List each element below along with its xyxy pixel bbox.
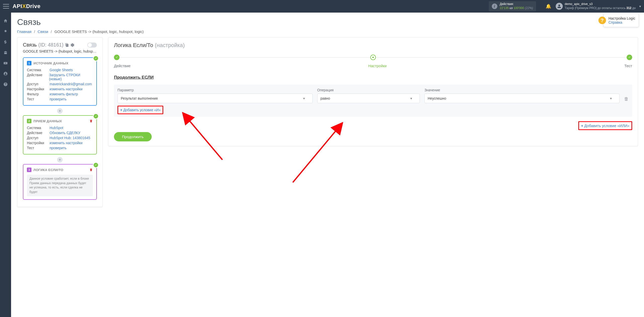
user-info: demo_apix_drive_s3 Тариф |Премиум PRO| д…: [565, 2, 636, 10]
row-key: Действие: [27, 131, 50, 135]
card-row: Фильтризменить фильтр: [27, 92, 93, 96]
row-key: Настройки: [27, 141, 50, 145]
sidenav: [0, 13, 11, 317]
card-row: ДоступHubSpot Hub: 143801645: [27, 136, 93, 140]
card-source: 1ИСТОЧНИК ДАННЫХ СистемаGoogle SheetsДей…: [23, 57, 97, 106]
add-and-condition-button[interactable]: + Добавить условие «И»: [117, 106, 163, 114]
continue-button[interactable]: Продолжить: [114, 132, 152, 141]
actions-current: 22'135: [500, 6, 509, 10]
card-source-number: 1: [27, 61, 31, 65]
content: ? Настройка Logic Справка Связь Главная …: [11, 13, 644, 317]
step-label-action[interactable]: Действие: [114, 64, 131, 68]
row-key: Действие: [27, 73, 49, 81]
help-title: Настройка Logic: [609, 16, 635, 20]
row-key: Настройки: [27, 87, 50, 91]
nav-youtube[interactable]: [0, 58, 11, 68]
select-operation-value: равно: [320, 96, 330, 100]
hamburger-menu[interactable]: [3, 4, 9, 9]
row-value[interactable]: проверить: [50, 146, 67, 150]
bell-icon[interactable]: 🔔: [546, 4, 551, 9]
row-key: Система: [27, 68, 50, 72]
nav-help[interactable]: [0, 79, 11, 90]
breadcrumb-links[interactable]: Связи: [38, 29, 48, 34]
row-value[interactable]: изменить настройки: [50, 141, 83, 145]
card-dest-title: ПРИЕМ ДАННЫХ: [33, 119, 62, 123]
avatar-icon: [556, 3, 563, 10]
add-step-button[interactable]: +: [57, 108, 63, 114]
topbar: APIXDrive i Действия: 22'135 из 100'000 …: [0, 0, 644, 13]
row-value[interactable]: HubSpot Hub: 143801645: [50, 136, 90, 140]
stepper: [114, 55, 632, 60]
card-source-title: ИСТОЧНИК ДАННЫХ: [33, 61, 68, 65]
chevron-down-icon: ▾: [610, 96, 612, 100]
card-row: СистемаGoogle Sheets: [27, 68, 93, 72]
chevron-down-icon: ▾: [303, 96, 305, 100]
row-value[interactable]: Обновить СДЕЛКУ: [50, 131, 80, 135]
logic-panel: Логика Если/То (настройка) Действие Наст…: [108, 37, 638, 146]
card-logic-title: ЛОГИКА ЕСЛИ/ТО: [33, 168, 63, 172]
connection-panel: Связь (ID: 48161) GOOGLE SHEETS -> (hubs…: [17, 37, 103, 207]
tariff-days: 312: [626, 6, 631, 10]
actions-max: 100'000: [513, 6, 524, 10]
row-key: Доступ: [27, 82, 50, 86]
nav-links[interactable]: [0, 26, 11, 37]
add-or-condition-button[interactable]: + Добавить условие «ИЛИ»: [578, 121, 632, 130]
logo-suffix: Drive: [26, 3, 41, 9]
row-key: Фильтр: [27, 92, 50, 96]
step-label-settings[interactable]: Настройки: [368, 64, 387, 68]
row-value[interactable]: maverickandrii@gmail.com: [50, 82, 92, 86]
breadcrumb-current: GOOGLE SHEETS -> (hubspot, logic, hubspo…: [54, 29, 144, 34]
logo-x: X: [22, 3, 26, 9]
copy-icon[interactable]: [65, 43, 69, 47]
row-value[interactable]: проверить: [50, 97, 67, 101]
help-popover[interactable]: ? Настройка Logic Справка: [603, 14, 639, 27]
card-row: Тестпроверить: [27, 146, 93, 150]
logic-title: Логика Если/То (настройка): [114, 42, 632, 49]
info-icon: i: [492, 4, 497, 9]
card-row: ДействиеОбновить СДЕЛКУ: [27, 131, 93, 135]
row-value[interactable]: изменить фильтр: [50, 92, 78, 96]
card-destination: 2ПРИЕМ ДАННЫХ СистемаHubSpotДействиеОбно…: [23, 115, 97, 154]
card-row: Доступmaverickandrii@gmail.com: [27, 82, 93, 86]
gear-icon[interactable]: [70, 43, 74, 47]
row-key: Система: [27, 126, 50, 130]
select-operation[interactable]: равно ▾: [317, 94, 420, 103]
select-param[interactable]: Результат выполнения ▾: [117, 94, 313, 103]
breadcrumb-home[interactable]: Главная: [17, 29, 31, 34]
tariff-days-unit: дн: [631, 6, 636, 10]
breadcrumb: Главная / Связи / GOOGLE SHEETS -> (hubs…: [17, 29, 638, 34]
row-value[interactable]: изменить настройки: [50, 87, 83, 91]
logo[interactable]: APIXDrive: [13, 3, 41, 10]
actions-label: Действия:: [500, 2, 533, 6]
chevron-down-icon[interactable]: ▾: [639, 4, 641, 8]
connection-id: (ID: 48161): [38, 42, 63, 48]
select-value-value: Неуспешно: [428, 96, 446, 100]
step-action-dot[interactable]: [114, 55, 119, 60]
nav-briefcase[interactable]: [0, 47, 11, 58]
nav-home[interactable]: [0, 16, 11, 26]
select-value[interactable]: Неуспешно ▾: [424, 94, 620, 103]
row-value[interactable]: HubSpot: [50, 126, 63, 130]
step-settings-dot[interactable]: [370, 55, 376, 60]
row-value[interactable]: Загрузить СТРОКИ (новые): [49, 73, 93, 81]
delete-condition-button[interactable]: 🗑: [624, 96, 629, 102]
add-step-button[interactable]: +: [57, 157, 63, 163]
nav-account[interactable]: [0, 68, 11, 79]
card-row: Тестпроверить: [27, 97, 93, 101]
user-menu[interactable]: demo_apix_drive_s3 Тариф |Премиум PRO| д…: [556, 2, 636, 10]
select-param-value: Результат выполнения: [121, 96, 158, 100]
help-link[interactable]: Справка: [609, 20, 622, 24]
step-label-test[interactable]: Тест: [624, 64, 632, 68]
actions-counter[interactable]: i Действия: 22'135 из 100'000 (22%): [489, 1, 536, 11]
tariff-name: Премиум PRO: [576, 6, 596, 10]
connection-toggle[interactable]: [87, 43, 97, 48]
actions-sep: из: [509, 6, 513, 10]
actions-percent: (22%): [525, 6, 533, 10]
row-value[interactable]: Google Sheets: [50, 68, 73, 72]
check-icon: [93, 113, 99, 119]
row-key: Тест: [27, 146, 50, 150]
step-test-dot[interactable]: [627, 55, 632, 60]
nav-billing[interactable]: [0, 37, 11, 47]
trash-icon[interactable]: [89, 119, 93, 123]
trash-icon[interactable]: [89, 168, 93, 172]
